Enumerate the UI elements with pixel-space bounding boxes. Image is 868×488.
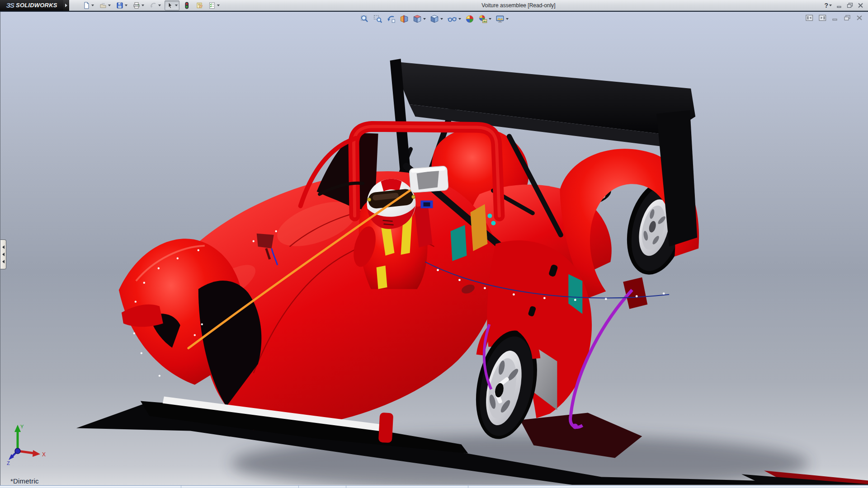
dropdown-arrow-icon (175, 5, 178, 6)
solidworks-logo: ЗS SOLIDWORKS (0, 0, 63, 11)
dropdown-arrow-icon (108, 5, 111, 6)
new-button[interactable] (81, 0, 96, 10)
help-button[interactable]: ? (824, 2, 832, 9)
y-axis-label: Y (20, 424, 24, 429)
view-orientation-button[interactable] (412, 14, 427, 24)
edit-appearance-button[interactable] (464, 14, 475, 24)
rebuild-traffic-light-icon (183, 2, 190, 9)
close-button[interactable] (858, 3, 863, 8)
menu-expand-arrow[interactable] (63, 0, 69, 11)
dropdown-arrow-icon (423, 18, 426, 20)
next-window-icon (819, 14, 826, 21)
doc-restore-icon (844, 15, 851, 21)
next-window-button[interactable] (819, 14, 826, 21)
new-document-icon (83, 2, 90, 9)
open-folder-icon (99, 2, 107, 9)
doc-restore-button[interactable] (844, 15, 851, 21)
zoom-to-fit-icon (360, 14, 369, 23)
print-button[interactable] (131, 0, 146, 10)
graphics-viewport[interactable]: Y X Z *Dimetric (0, 12, 868, 485)
section-view-icon (400, 14, 409, 23)
status-divider (346, 486, 346, 488)
logo-mark: ЗS (6, 1, 14, 9)
title-bar: ЗS SOLIDWORKS (0, 0, 868, 11)
zoom-to-area-icon (373, 14, 382, 23)
seat-panel-teal (450, 225, 467, 261)
interior-panel-orange (470, 204, 487, 251)
dropdown-arrow-icon (489, 18, 491, 20)
file-properties-icon (196, 2, 203, 9)
intake-box[interactable] (409, 166, 449, 193)
select-cursor-icon (166, 2, 174, 9)
visor-pivot (368, 198, 371, 202)
save-button[interactable] (114, 0, 129, 10)
dropdown-arrow-icon (458, 18, 461, 20)
collapse-arrow-icon (2, 245, 5, 249)
undo-arrow-icon (150, 2, 157, 9)
status-bar (0, 485, 868, 488)
model-scene[interactable] (0, 12, 868, 485)
rebuild-button[interactable] (181, 0, 192, 10)
dropdown-arrow-icon (142, 5, 144, 6)
harness-strap (377, 266, 387, 289)
close-icon (858, 3, 863, 8)
status-divider (181, 486, 181, 488)
dropdown-arrow-icon (158, 5, 161, 6)
dropdown-arrow-icon (91, 5, 94, 6)
reference-triad: Y X Z (4, 422, 47, 465)
status-divider (298, 486, 299, 488)
collapse-arrow-icon (2, 260, 5, 263)
dropdown-arrow-icon (506, 18, 509, 20)
status-divider (468, 486, 468, 488)
minimize-icon (836, 3, 842, 8)
previous-window-button[interactable] (806, 14, 813, 21)
apply-scene-button[interactable] (477, 14, 492, 24)
view-orientation-label: *Dimetric (10, 477, 39, 485)
collapse-arrow-icon (2, 253, 5, 256)
appearance-ball-icon (465, 14, 474, 23)
view-settings-button[interactable] (495, 14, 509, 24)
z-axis-label: Z (7, 460, 10, 465)
file-properties-button[interactable] (194, 0, 205, 10)
minimize-button[interactable] (836, 3, 842, 8)
previous-window-icon (806, 14, 813, 21)
print-icon (133, 2, 140, 9)
window-title: Voiture assemblee [Read-only] (481, 0, 555, 11)
document-window-controls (806, 14, 863, 21)
quick-access-toolbar (81, 0, 222, 10)
restore-button[interactable] (847, 3, 853, 8)
zoom-to-fit-button[interactable] (359, 14, 370, 24)
display-style-button[interactable] (429, 14, 444, 24)
options-button[interactable] (207, 0, 222, 10)
dropdown-arrow-icon (829, 5, 832, 6)
section-view-button[interactable] (399, 14, 410, 24)
dropdown-arrow-icon (217, 5, 220, 6)
undo-button[interactable] (148, 0, 163, 10)
display-style-cube-icon (430, 14, 439, 23)
eyeglasses-icon (447, 14, 457, 23)
select-button[interactable] (165, 0, 179, 10)
heads-up-view-toolbar (359, 14, 509, 24)
doc-close-button[interactable] (856, 15, 863, 21)
help-icon: ? (824, 2, 828, 9)
logo-text: SOLIDWORKS (16, 2, 57, 9)
visor-pivot (412, 195, 415, 199)
dash-light-cyan (487, 214, 492, 218)
doc-minimize-icon (832, 15, 838, 21)
previous-view-button[interactable] (386, 14, 396, 24)
view-settings-monitor-icon (495, 14, 505, 23)
doc-minimize-button[interactable] (832, 15, 838, 21)
open-button[interactable] (98, 0, 113, 10)
zoom-to-area-button[interactable] (373, 14, 383, 24)
dropdown-arrow-icon (440, 18, 443, 20)
dash-light-cyan (491, 221, 495, 225)
x-axis-label: X (42, 451, 46, 458)
hide-show-items-button[interactable] (446, 14, 462, 24)
previous-view-icon (387, 14, 396, 23)
splitter-post (378, 413, 393, 443)
doc-close-icon (856, 15, 863, 21)
view-orientation-cube-icon (413, 14, 422, 23)
body-behind-rear-wheel[interactable] (623, 277, 647, 309)
feature-panel-tab[interactable] (0, 239, 6, 269)
dropdown-arrow-icon (125, 5, 127, 6)
